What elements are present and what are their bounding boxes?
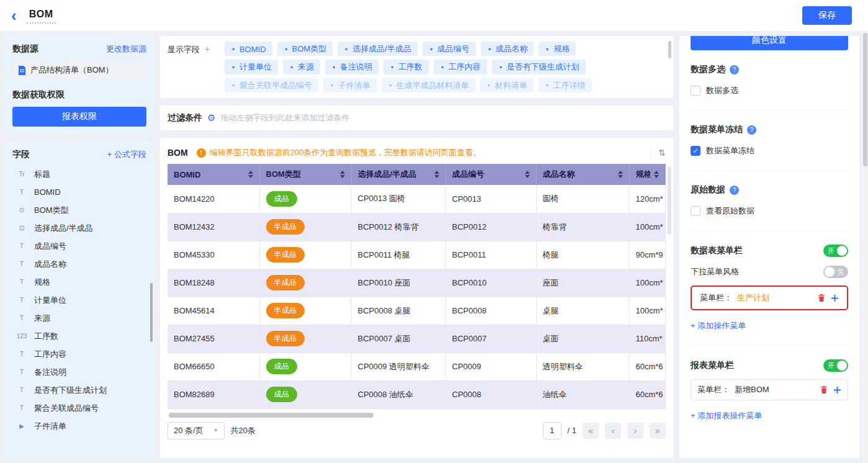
cell-product-name: 圆椅 [536, 185, 629, 213]
field-item[interactable]: T 是否有下级生成计划 [12, 381, 146, 399]
add-menu-link[interactable]: + 添加操作菜单 [691, 320, 746, 331]
display-field-chip[interactable]: ▼ 备注说明 [325, 60, 378, 74]
column-sort-icon[interactable] [244, 171, 253, 178]
page-title-wrap[interactable]: BOM [27, 7, 56, 24]
field-item[interactable]: ⊙ BOM类型 [12, 201, 146, 219]
column-header[interactable]: 规格 [629, 164, 666, 185]
window-scrollbar-thumb[interactable] [863, 33, 867, 166]
display-field-chip-muted[interactable]: ▼ 生成半成品材料清单 [382, 78, 475, 92]
field-item[interactable]: T 备注说明 [12, 363, 146, 381]
add-report-menu-link[interactable]: + 添加报表操作菜单 [691, 410, 762, 421]
column-header[interactable]: 选择成品/半成品 [351, 164, 445, 185]
display-field-chip[interactable]: ▼ 成品名称 [481, 42, 534, 56]
column-sort-icon[interactable] [650, 171, 659, 178]
report-permission-button[interactable]: 报表权限 [12, 107, 146, 127]
column-header[interactable]: BOM类型 [259, 164, 351, 185]
raw-data-checkbox-row[interactable]: 查看原始数据 [691, 205, 848, 217]
table-hscrollbar-thumb[interactable] [169, 413, 374, 418]
last-page-button[interactable]: » [650, 423, 666, 439]
menu-freeze-checkbox-row[interactable]: ✓ 数据菜单冻结 [691, 145, 848, 156]
section-report-menu: 报表菜单栏 开 菜单栏： 新增BOM [691, 346, 848, 435]
prev-page-button[interactable]: ‹ [605, 423, 621, 439]
field-item[interactable]: T 计量单位 [12, 291, 146, 309]
report-menu-toggle[interactable]: 开 [823, 359, 848, 372]
display-field-chip[interactable]: ▼ BOM类型 [277, 42, 333, 56]
table-menu-toggle[interactable]: 开 [823, 245, 848, 257]
menu-item-value[interactable]: 生产计划 [737, 292, 769, 303]
window-scrollbar[interactable] [862, 31, 868, 463]
delete-icon[interactable] [817, 294, 826, 302]
field-item[interactable]: ⊡ 选择成品/半成品 [12, 219, 146, 237]
add-field-icon[interactable]: + [205, 44, 210, 92]
table-row[interactable]: BOM82689 成品 CP0008 油纸伞 CP0008 油纸伞 60cm*6 [168, 380, 666, 408]
gear-icon[interactable]: ⚙ [207, 112, 215, 124]
page-number-input[interactable]: 1 [543, 422, 562, 439]
column-header[interactable]: BOMID [168, 164, 259, 185]
add-plus-icon[interactable] [833, 386, 841, 394]
display-field-chip-muted[interactable]: ▼ 材料清单 [480, 78, 534, 92]
display-field-chip[interactable]: ▼ 选择成品/半成品 [338, 42, 418, 56]
display-field-chip[interactable]: ▼ 工序数 [383, 60, 429, 74]
menu-item-value[interactable]: 新增BOM [735, 384, 769, 395]
table-row[interactable]: BOM14220 成品 CP0013 圆椅 CP0013 圆椅 120cm* [168, 185, 666, 213]
delete-icon[interactable] [820, 385, 828, 394]
display-field-chip[interactable]: ▼ 来源 [283, 60, 320, 74]
table-vscrollbar-thumb[interactable] [668, 166, 671, 235]
page-size-select[interactable]: 20 条/页 ▼ [168, 422, 225, 439]
field-item[interactable]: T 成品名称 [12, 255, 146, 273]
table-row[interactable]: BOM27455 半成品 BCP0007 桌面 BCP0007 桌面 110cm… [168, 325, 666, 353]
table-menu-item[interactable]: 菜单栏： 生产计划 [694, 289, 845, 307]
first-page-button[interactable]: « [583, 423, 599, 439]
field-item[interactable]: 123 工序数 [12, 327, 146, 345]
display-fields-scrollbar-thumb[interactable] [668, 41, 671, 58]
field-item[interactable]: T BOMID [12, 183, 146, 201]
help-icon[interactable]: ? [747, 125, 756, 135]
column-header[interactable]: 成品名称 [536, 164, 629, 185]
add-plus-icon[interactable] [831, 294, 839, 302]
display-field-chip[interactable]: ▼ 计量单位 [225, 60, 278, 74]
table-row[interactable]: BOM18248 半成品 BCP0010 座面 BCP0010 座面 100cm… [168, 269, 666, 297]
column-header[interactable]: 成品编号 [445, 164, 536, 185]
display-field-chip-muted[interactable]: ▼ 聚合关联半成品编号 [225, 78, 318, 92]
table-row[interactable]: BOM45614 半成品 BCP0008 桌腿 BCP0008 桌腿 100cm… [168, 297, 666, 325]
formula-field-link[interactable]: + 公式字段 [107, 149, 146, 160]
display-field-chip[interactable]: ▼ BOMID [225, 42, 272, 56]
sort-order-icon[interactable]: ⇅ [650, 148, 666, 158]
display-field-chip-muted[interactable]: ▼ 工序详情 [539, 78, 592, 92]
color-settings-button[interactable]: 颜色设置 [691, 36, 848, 50]
field-item[interactable]: T 聚合关联成品编号 [12, 399, 146, 417]
fields-scrollbar-thumb[interactable] [150, 283, 153, 342]
field-item[interactable]: T 规格 [12, 273, 146, 291]
display-field-chip[interactable]: ▼ 工序内容 [434, 60, 487, 74]
field-item[interactable]: ▶ 子件清单 [12, 417, 146, 435]
multi-select-checkbox[interactable] [691, 86, 700, 96]
report-menu-item[interactable]: 菜单栏： 新增BOM [691, 379, 848, 400]
menu-freeze-checkbox[interactable]: ✓ [691, 146, 700, 156]
display-field-chip[interactable]: ▼ 成品编号 [423, 42, 476, 56]
display-field-chip[interactable]: ▼ 是否有下级生成计划 [492, 60, 586, 74]
change-datasource-link[interactable]: 更改数据源 [106, 43, 146, 55]
column-sort-icon[interactable] [336, 171, 345, 178]
column-sort-icon[interactable] [521, 171, 530, 178]
field-label: 是否有下级生成计划 [34, 385, 107, 396]
save-button[interactable]: 保存 [802, 6, 852, 25]
field-item[interactable]: T 来源 [12, 309, 146, 327]
table-row[interactable]: BOM45330 半成品 BCP0011 椅腿 BCP0011 椅腿 90cm*… [168, 241, 666, 269]
table-row[interactable]: BOM12432 半成品 BCP0012 椅靠背 BCP0012 椅靠背 100… [168, 213, 666, 241]
multi-select-checkbox-row[interactable]: 数据多选 [691, 85, 848, 96]
column-sort-icon[interactable] [614, 171, 623, 178]
field-item[interactable]: Tr 标题 [12, 165, 146, 183]
table-row[interactable]: BOM66650 成品 CP0009 透明塑料伞 CP0009 透明塑料伞 60… [168, 353, 666, 380]
help-icon[interactable]: ? [730, 186, 739, 195]
display-field-chip[interactable]: ▼ 规格 [539, 42, 576, 56]
field-item[interactable]: T 工序内容 [12, 345, 146, 363]
help-icon[interactable]: ? [730, 65, 739, 74]
field-item[interactable]: T 成品编号 [12, 237, 146, 255]
dropdown-style-toggle[interactable]: 关 [823, 266, 848, 278]
column-sort-icon[interactable] [431, 171, 439, 178]
display-field-chip-muted[interactable]: ▼ 子件清单 [323, 78, 377, 92]
datasource-item[interactable]: 产品结构清单（BOM） [12, 61, 146, 79]
raw-data-checkbox[interactable] [691, 206, 700, 216]
next-page-button[interactable]: › [627, 423, 643, 439]
back-icon[interactable]: ‹ [11, 7, 17, 24]
